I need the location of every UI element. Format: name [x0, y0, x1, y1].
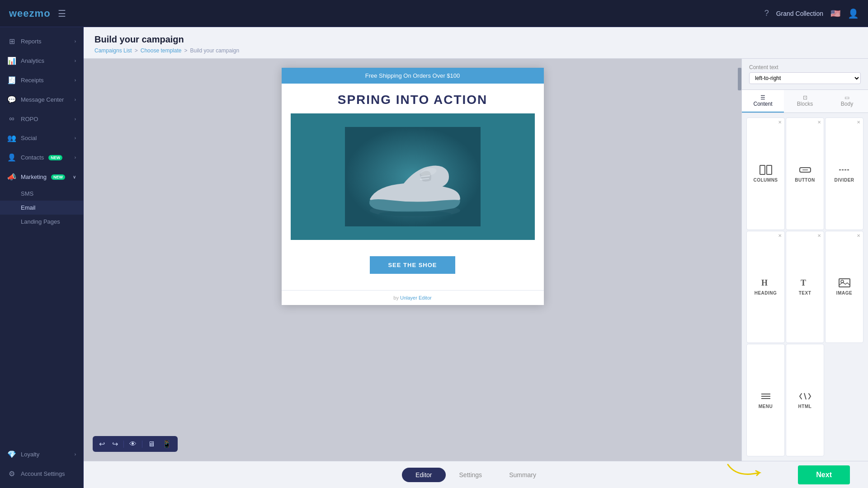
- svg-rect-6: [760, 165, 765, 174]
- sidebar-sub-item-sms[interactable]: SMS: [0, 187, 83, 201]
- breadcrumb-campaigns-list[interactable]: Campaigns List: [94, 47, 132, 54]
- tab-settings[interactable]: Settings: [446, 468, 496, 482]
- desktop-view-button[interactable]: 🖥: [146, 439, 157, 449]
- divider-label: DIVIDER: [834, 178, 854, 183]
- main-layout: ⊞ Reports › 📊 Analytics › 🧾 Receipts › 💬…: [0, 27, 868, 488]
- shoe-svg: [345, 127, 481, 226]
- ropo-icon: ∞: [7, 115, 16, 123]
- unlayer-credit-text: by: [393, 295, 399, 300]
- sidebar-item-ropo[interactable]: ∞ ROPO ›: [0, 109, 83, 128]
- sidebar-sub-item-email[interactable]: Email: [0, 201, 83, 215]
- email-canvas: Free Shipping On Orders Over $100 SPRING…: [282, 68, 544, 305]
- breadcrumb-choose-template[interactable]: Choose template: [141, 47, 182, 54]
- component-corner-icon: ✕: [778, 120, 783, 124]
- sidebar-item-contacts[interactable]: 👤 Contacts NEW ›: [0, 148, 83, 167]
- text-icon: T: [799, 278, 811, 288]
- chevron-right-icon: ›: [75, 97, 76, 102]
- sidebar-item-analytics[interactable]: 📊 Analytics ›: [0, 51, 83, 70]
- sidebar-item-loyalty[interactable]: 💎 Loyalty ›: [0, 445, 83, 464]
- svg-line-18: [804, 393, 806, 399]
- tab-content-label: Content: [753, 101, 772, 107]
- redo-button[interactable]: ↪: [110, 439, 120, 449]
- component-heading[interactable]: ✕ H HEADING: [746, 231, 785, 343]
- canvas-scrollbar[interactable]: [738, 59, 741, 461]
- receipts-icon: 🧾: [7, 76, 16, 84]
- component-corner-icon: ✕: [857, 233, 861, 238]
- sidebar-sub-item-landing-pages[interactable]: Landing Pages: [0, 215, 83, 229]
- user-avatar-icon[interactable]: 👤: [848, 8, 859, 19]
- component-menu[interactable]: MENU: [746, 344, 785, 456]
- sidebar: ⊞ Reports › 📊 Analytics › 🧾 Receipts › 💬…: [0, 27, 84, 488]
- content-area: Build your campaign Campaigns List > Cho…: [84, 27, 868, 488]
- editor-main: Free Shipping On Orders Over $100 SPRING…: [84, 59, 868, 461]
- sidebar-item-marketing[interactable]: 📣 Marketing NEW ∨: [0, 167, 83, 187]
- sidebar-sub-label: Email: [21, 204, 36, 211]
- sidebar-item-account-settings[interactable]: ⚙ Account Settings: [0, 464, 83, 483]
- component-text[interactable]: ✕ T TEXT: [786, 231, 824, 343]
- chevron-right-icon: ›: [75, 58, 76, 63]
- unlayer-link[interactable]: Unlayer Editor: [400, 295, 432, 300]
- panel-tabs: ☰ Content ⊡ Blocks ▭ Body: [742, 90, 868, 113]
- tab-body-icon: ▭: [844, 94, 849, 101]
- component-corner-icon: ✕: [817, 233, 822, 238]
- content-text-label: Content text: [749, 64, 861, 70]
- image-icon: [838, 278, 851, 288]
- social-icon: 👥: [7, 134, 16, 142]
- mobile-view-button[interactable]: 📱: [160, 439, 173, 449]
- tab-summary-label: Summary: [509, 471, 536, 479]
- component-html[interactable]: HTML: [786, 344, 824, 456]
- contacts-icon: 👤: [7, 153, 16, 162]
- sidebar-item-label: Reports: [21, 38, 42, 45]
- sidebar-item-receipts[interactable]: 🧾 Receipts ›: [0, 70, 83, 90]
- svg-rect-7: [767, 165, 772, 174]
- svg-text:H: H: [761, 278, 768, 287]
- tab-blocks-icon: ⊡: [803, 94, 807, 101]
- hamburger-icon[interactable]: ☰: [58, 8, 66, 19]
- tab-summary[interactable]: Summary: [495, 468, 550, 482]
- component-image[interactable]: ✕ IMAGE: [825, 231, 863, 343]
- sidebar-item-label: Marketing: [21, 174, 47, 180]
- tab-body[interactable]: ▭ Body: [826, 90, 868, 113]
- tab-content-icon: ☰: [760, 94, 765, 101]
- account-settings-icon: ⚙: [7, 469, 16, 478]
- sidebar-sub-label: SMS: [21, 190, 33, 197]
- navbar-left: weezmo ☰: [9, 8, 66, 19]
- email-top-bar: Free Shipping On Orders Over $100: [282, 68, 544, 84]
- email-cta-button[interactable]: SEE THE SHOE: [370, 256, 455, 274]
- chevron-down-icon: ∨: [73, 174, 76, 179]
- flag-icon: 🇺🇸: [830, 9, 840, 19]
- component-divider[interactable]: ✕ DIVIDER: [825, 117, 863, 230]
- marketing-new-badge: NEW: [51, 174, 65, 180]
- breadcrumb-separator: >: [135, 47, 138, 54]
- sidebar-item-reports[interactable]: ⊞ Reports ›: [0, 32, 83, 51]
- undo-button[interactable]: ↩: [97, 439, 107, 449]
- canvas-toolbar: ↩ ↪ 👁 🖥 📱: [93, 436, 178, 452]
- bottom-bar: Editor Settings Summary Next: [84, 461, 868, 488]
- breadcrumb-current: Build your campaign: [190, 47, 239, 54]
- tab-body-label: Body: [841, 101, 853, 107]
- text-direction-select[interactable]: left-to-right right-to-left: [749, 72, 861, 84]
- breadcrumb: Campaigns List > Choose template > Build…: [94, 47, 857, 54]
- html-label: HTML: [798, 404, 812, 409]
- components-grid: ✕ COLUMNS ✕ BUTTON: [742, 113, 868, 461]
- analytics-icon: 📊: [7, 56, 16, 65]
- workspace-name: Grand Collection: [776, 10, 823, 17]
- sidebar-item-label: Account Settings: [21, 470, 65, 477]
- heading-icon: H: [760, 278, 772, 288]
- contacts-new-badge: NEW: [48, 155, 62, 160]
- sidebar-item-message-center[interactable]: 💬 Message Center ›: [0, 90, 83, 109]
- component-button[interactable]: ✕ BUTTON: [786, 117, 824, 230]
- preview-button[interactable]: 👁: [127, 439, 138, 449]
- chevron-right-icon: ›: [75, 78, 76, 83]
- tab-blocks[interactable]: ⊡ Blocks: [784, 90, 826, 113]
- component-columns[interactable]: ✕ COLUMNS: [746, 117, 785, 230]
- help-icon[interactable]: ?: [764, 9, 769, 18]
- breadcrumb-separator: >: [184, 47, 187, 54]
- next-button[interactable]: Next: [798, 465, 850, 484]
- tab-content[interactable]: ☰ Content: [742, 90, 784, 113]
- sidebar-item-label: Loyalty: [21, 451, 39, 458]
- tab-editor[interactable]: Editor: [402, 468, 446, 482]
- navbar: weezmo ☰ ? Grand Collection 🇺🇸 👤: [0, 0, 868, 27]
- toolbar-separator: [142, 441, 142, 448]
- sidebar-item-social[interactable]: 👥 Social ›: [0, 128, 83, 148]
